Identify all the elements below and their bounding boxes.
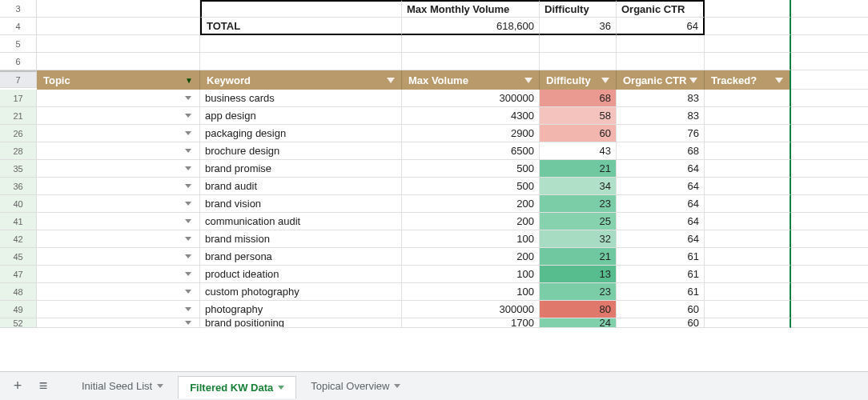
cell-empty[interactable] bbox=[200, 0, 402, 18]
row-header[interactable]: 41 bbox=[0, 213, 37, 230]
tab-topical-overview[interactable]: Topical Overview bbox=[299, 375, 412, 398]
dropdown-arrow-icon[interactable] bbox=[185, 166, 191, 170]
dropdown-arrow-icon[interactable] bbox=[185, 219, 191, 223]
maxvol-cell[interactable]: 200 bbox=[402, 213, 540, 230]
ctr-cell[interactable]: 64 bbox=[617, 178, 705, 195]
cell-empty[interactable] bbox=[791, 283, 868, 301]
difficulty-cell[interactable]: 21 bbox=[540, 248, 617, 266]
topic-cell[interactable] bbox=[37, 318, 200, 328]
tracked-cell[interactable] bbox=[705, 248, 791, 266]
cell-empty[interactable] bbox=[791, 107, 868, 125]
topic-cell[interactable] bbox=[37, 266, 200, 283]
difficulty-cell[interactable]: 23 bbox=[540, 283, 617, 301]
row-header[interactable]: 26 bbox=[0, 125, 37, 142]
row-header[interactable]: 52 bbox=[0, 318, 37, 328]
filter-icon[interactable] bbox=[689, 78, 697, 83]
cell-empty[interactable] bbox=[791, 70, 868, 90]
row-header[interactable]: 28 bbox=[0, 142, 37, 160]
col-header-tracked[interactable]: Tracked? bbox=[705, 70, 791, 90]
row-header[interactable]: 45 bbox=[0, 248, 37, 266]
dropdown-arrow-icon[interactable] bbox=[185, 290, 191, 294]
cell-empty[interactable] bbox=[705, 18, 791, 35]
cell-empty[interactable] bbox=[791, 266, 868, 283]
topic-cell[interactable] bbox=[37, 283, 200, 301]
tracked-cell[interactable] bbox=[705, 195, 791, 213]
ctr-cell[interactable]: 61 bbox=[617, 266, 705, 283]
row-header[interactable]: 40 bbox=[0, 195, 37, 213]
tracked-cell[interactable] bbox=[705, 266, 791, 283]
row-header[interactable]: 36 bbox=[0, 178, 37, 195]
tracked-cell[interactable] bbox=[705, 107, 791, 125]
dropdown-arrow-icon[interactable] bbox=[185, 321, 191, 325]
row-header[interactable]: 4 bbox=[0, 18, 37, 35]
col-header-keyword[interactable]: Keyword bbox=[200, 70, 402, 90]
keyword-cell[interactable]: app design bbox=[200, 107, 402, 125]
dropdown-arrow-icon[interactable] bbox=[185, 184, 191, 188]
ctr-cell[interactable]: 60 bbox=[617, 318, 705, 328]
keyword-cell[interactable]: brand promise bbox=[200, 160, 402, 178]
ctr-cell[interactable]: 61 bbox=[617, 283, 705, 301]
cell-empty[interactable] bbox=[791, 125, 868, 142]
summary-header-maxvol[interactable]: Max Monthly Volume bbox=[402, 0, 540, 18]
row-header[interactable]: 6 bbox=[0, 53, 37, 70]
ctr-cell[interactable]: 76 bbox=[617, 125, 705, 142]
maxvol-cell[interactable]: 500 bbox=[402, 178, 540, 195]
filter-icon[interactable] bbox=[601, 78, 609, 83]
topic-cell[interactable] bbox=[37, 301, 200, 318]
tab-menu-icon[interactable] bbox=[157, 384, 163, 388]
cell-empty[interactable] bbox=[791, 0, 868, 18]
keyword-cell[interactable]: brand persona bbox=[200, 248, 402, 266]
tracked-cell[interactable] bbox=[705, 125, 791, 142]
row-header[interactable]: 3 bbox=[0, 0, 37, 18]
summary-header-difficulty[interactable]: Difficulty bbox=[540, 0, 617, 18]
maxvol-cell[interactable]: 300000 bbox=[402, 90, 540, 107]
tracked-cell[interactable] bbox=[705, 213, 791, 230]
dropdown-arrow-icon[interactable] bbox=[185, 254, 191, 258]
cell-empty[interactable] bbox=[705, 0, 791, 18]
topic-cell[interactable] bbox=[37, 230, 200, 248]
summary-total-ctr[interactable]: 64 bbox=[617, 18, 705, 35]
dropdown-arrow-icon[interactable] bbox=[185, 96, 191, 100]
row-header[interactable]: 42 bbox=[0, 230, 37, 248]
ctr-cell[interactable]: 68 bbox=[617, 142, 705, 160]
col-header-topic[interactable]: Topic ▼ bbox=[37, 70, 200, 90]
row-header[interactable]: 17 bbox=[0, 90, 37, 107]
difficulty-cell[interactable]: 34 bbox=[540, 178, 617, 195]
topic-cell[interactable] bbox=[37, 178, 200, 195]
cell-empty[interactable] bbox=[791, 318, 868, 328]
keyword-cell[interactable]: packaging design bbox=[200, 125, 402, 142]
dropdown-arrow-icon[interactable] bbox=[185, 237, 191, 241]
cell-empty[interactable] bbox=[791, 35, 868, 53]
keyword-cell[interactable]: photography bbox=[200, 301, 402, 318]
tracked-cell[interactable] bbox=[705, 142, 791, 160]
cell-empty[interactable] bbox=[200, 35, 402, 53]
cell-empty[interactable] bbox=[37, 18, 200, 35]
dropdown-arrow-icon[interactable] bbox=[185, 202, 191, 206]
difficulty-cell[interactable]: 68 bbox=[540, 90, 617, 107]
ctr-cell[interactable]: 60 bbox=[617, 301, 705, 318]
spreadsheet-grid[interactable]: 3 Max Monthly Volume Difficulty Organic … bbox=[0, 0, 868, 328]
cell-empty[interactable] bbox=[705, 35, 791, 53]
col-header-ctr[interactable]: Organic CTR bbox=[617, 70, 705, 90]
filter-icon[interactable] bbox=[775, 78, 783, 83]
row-header[interactable]: 49 bbox=[0, 301, 37, 318]
keyword-cell[interactable]: communication audit bbox=[200, 213, 402, 230]
ctr-cell[interactable]: 64 bbox=[617, 160, 705, 178]
difficulty-cell[interactable]: 80 bbox=[540, 301, 617, 318]
difficulty-cell[interactable]: 32 bbox=[540, 230, 617, 248]
difficulty-cell[interactable]: 58 bbox=[540, 107, 617, 125]
maxvol-cell[interactable]: 100 bbox=[402, 230, 540, 248]
tab-filtered-kw-data[interactable]: Filtered KW Data bbox=[178, 376, 296, 398]
filter-icon[interactable] bbox=[524, 78, 532, 83]
col-header-maxvol[interactable]: Max Volume bbox=[402, 70, 540, 90]
summary-total-maxvol[interactable]: 618,600 bbox=[402, 18, 540, 35]
tracked-cell[interactable] bbox=[705, 318, 791, 328]
ctr-cell[interactable]: 64 bbox=[617, 230, 705, 248]
row-header[interactable]: 35 bbox=[0, 160, 37, 178]
topic-cell[interactable] bbox=[37, 160, 200, 178]
cell-empty[interactable] bbox=[791, 213, 868, 230]
summary-total-label[interactable]: TOTAL bbox=[200, 18, 402, 35]
cell-empty[interactable] bbox=[37, 0, 200, 18]
tracked-cell[interactable] bbox=[705, 283, 791, 301]
cell-empty[interactable] bbox=[705, 53, 791, 70]
